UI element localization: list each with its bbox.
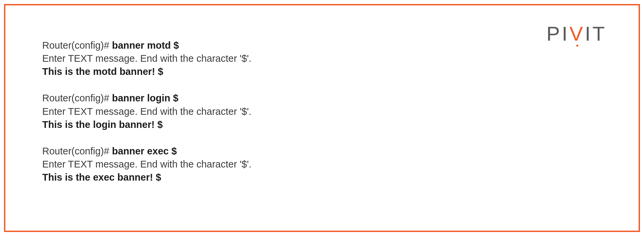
cli-prompt-line: Router(config)# banner motd $ — [42, 39, 251, 52]
cli-block-motd: Router(config)# banner motd $ Enter TEXT… — [42, 39, 251, 78]
cli-prompt-prefix: Router(config)# — [42, 40, 112, 51]
cli-input-line: This is the motd banner! $ — [42, 65, 251, 78]
cli-info-line: Enter TEXT message. End with the charact… — [42, 52, 251, 65]
cli-prompt-line: Router(config)# banner login $ — [42, 92, 251, 105]
document-frame: PIVIT Router(config)# banner motd $ Ente… — [4, 4, 640, 232]
logo-part2: IT — [585, 22, 607, 45]
logo-part1: PI — [546, 22, 570, 45]
cli-info-line: Enter TEXT message. End with the charact… — [42, 105, 251, 118]
cli-prompt-prefix: Router(config)# — [42, 93, 112, 103]
cli-prompt-prefix: Router(config)# — [42, 146, 112, 156]
cli-info-line: Enter TEXT message. End with the charact… — [42, 158, 251, 171]
cli-prompt-command: banner exec $ — [112, 146, 177, 156]
cli-input-line: This is the exec banner! $ — [42, 171, 251, 184]
logo-accent: V — [570, 24, 585, 44]
cli-block-exec: Router(config)# banner exec $ Enter TEXT… — [42, 145, 251, 184]
cli-prompt-command: banner motd $ — [112, 40, 179, 51]
cli-block-login: Router(config)# banner login $ Enter TEX… — [42, 92, 251, 131]
cli-input-line: This is the login banner! $ — [42, 118, 251, 131]
pivit-logo: PIVIT — [546, 24, 607, 44]
cli-content: Router(config)# banner motd $ Enter TEXT… — [42, 39, 251, 184]
cli-prompt-command: banner login $ — [112, 93, 178, 103]
cli-prompt-line: Router(config)# banner exec $ — [42, 145, 251, 158]
